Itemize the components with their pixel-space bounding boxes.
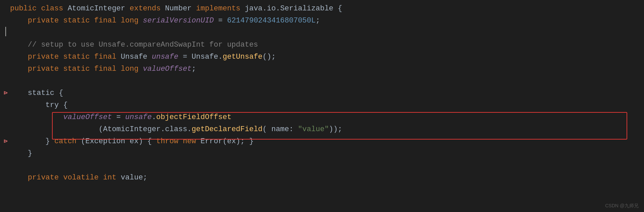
code-line-6: private static final long valueOffset; <box>0 63 644 75</box>
token: ( <box>263 123 271 135</box>
token: new <box>183 136 201 147</box>
line-indicator-8: ⊳ <box>3 88 9 99</box>
token: ( <box>10 123 103 135</box>
token: private <box>10 63 63 75</box>
token: .class. <box>161 123 192 135</box>
code-line-8: ⊳ static { <box>0 87 644 99</box>
token: } <box>10 136 54 147</box>
line-indicator-3 <box>3 27 9 36</box>
token: name: <box>271 123 293 135</box>
token: AtomicInteger <box>68 3 130 14</box>
highlighted-region: valueOffset = unsafe.objectFieldOffset (… <box>0 111 644 136</box>
token: private <box>10 51 63 63</box>
token: private <box>10 172 63 183</box>
code-line-3 <box>0 27 644 39</box>
token: Unsafe <box>192 51 218 63</box>
token: java.io.Serializable { <box>245 3 342 14</box>
token: static { <box>10 87 63 99</box>
token: (ex); } <box>223 136 254 147</box>
watermark: CSDN @九师兄 <box>605 202 639 209</box>
code-line-4: // setup to use Unsafe.compareAndSwapInt… <box>0 39 644 51</box>
token: AtomicInteger <box>103 123 161 135</box>
token: class <box>41 3 67 14</box>
code-line-9: try { <box>0 99 644 111</box>
token: volatile <box>63 172 103 183</box>
code-line-13: } <box>0 148 644 160</box>
token: serialVersionUID <box>143 15 214 26</box>
token: implements <box>196 3 245 14</box>
token: unsafe <box>152 51 178 63</box>
token: unsafe <box>125 111 152 123</box>
token: // setup to use Unsafe.compareAndSwapInt… <box>10 39 258 51</box>
token: "value" <box>298 123 329 135</box>
token: . <box>152 111 156 123</box>
token: (); <box>263 51 276 63</box>
token: = <box>178 51 192 63</box>
token: long <box>121 63 143 75</box>
code-editor: public class AtomicInteger extends Numbe… <box>0 0 644 212</box>
code-line-15: private volatile int value; <box>0 172 644 184</box>
token <box>293 123 298 135</box>
token: Error <box>201 136 223 147</box>
token: private <box>10 15 63 26</box>
token: final <box>94 15 121 26</box>
code-line-11: (AtomicInteger.class.getDeclaredField( n… <box>0 123 644 136</box>
token: static <box>63 63 94 75</box>
token: final <box>94 51 121 63</box>
token: = <box>214 15 227 26</box>
token: ; <box>192 63 196 75</box>
token: getUnsafe <box>223 51 263 63</box>
token: )); <box>329 123 342 135</box>
token: objectFieldOffset <box>156 111 231 123</box>
token: static <box>63 15 94 26</box>
token: Number <box>165 3 196 14</box>
token: public <box>10 3 41 14</box>
token: ex) { <box>125 136 156 147</box>
code-line-10: valueOffset = unsafe.objectFieldOffset <box>0 111 644 123</box>
token: Unsafe <box>121 51 152 63</box>
token: Exception <box>85 136 125 147</box>
token: ; <box>316 15 320 26</box>
token: try { <box>10 99 68 111</box>
code-line-5: private static final Unsafe unsafe = Uns… <box>0 51 644 63</box>
code-line-2: private static final long serialVersionU… <box>0 15 644 27</box>
token: extends <box>129 3 165 14</box>
token: final <box>94 63 121 75</box>
token: = <box>112 111 125 123</box>
token: throw <box>156 136 183 147</box>
token: value; <box>121 172 147 183</box>
token: long <box>121 15 143 26</box>
code-body: public class AtomicInteger extends Numbe… <box>0 3 644 184</box>
token: static <box>63 51 94 63</box>
token: } <box>10 148 32 159</box>
code-line-12: ⊳ } catch (Exception ex) { throw new Err… <box>0 136 644 148</box>
token: valueOffset <box>143 63 192 75</box>
token: int <box>103 172 121 183</box>
token: ( <box>81 136 85 147</box>
token: catch <box>54 136 81 147</box>
token: 6214790243416807050L <box>227 15 316 26</box>
token: . <box>218 51 223 63</box>
line-indicator-12: ⊳ <box>3 136 9 147</box>
token <box>10 111 63 123</box>
code-line-14 <box>0 160 644 172</box>
code-line-1: public class AtomicInteger extends Numbe… <box>0 3 644 15</box>
token: getDeclaredField <box>192 123 262 135</box>
token: valueOffset <box>63 111 112 123</box>
code-line-7 <box>0 75 644 87</box>
